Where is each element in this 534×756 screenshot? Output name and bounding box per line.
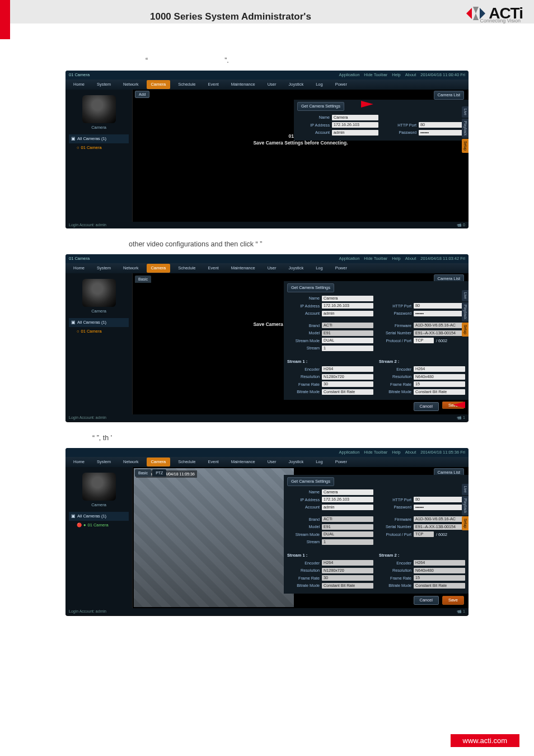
protocol-select[interactable]: TCP	[414, 338, 434, 343]
bitrate1-select[interactable]: Constant Bit Rate	[322, 389, 373, 395]
account-input[interactable]: admin	[332, 130, 378, 136]
menu-maintenance[interactable]: Maintenance	[227, 80, 260, 89]
menu-joystick[interactable]: Joystick	[284, 264, 308, 273]
side-tab-setup[interactable]: Setup	[462, 323, 469, 337]
tree-item-camera-01[interactable]: ○ 01 Camera	[69, 327, 129, 336]
ip-input[interactable]: 172.16.26.103	[332, 122, 378, 128]
menu-home[interactable]: Home	[69, 264, 89, 273]
get-camera-settings-button[interactable]: Get Camera Settings	[287, 477, 334, 486]
http-port-input[interactable]: 80	[414, 497, 465, 502]
side-tab-setup[interactable]: Setup	[462, 139, 469, 153]
topnav-application[interactable]: Application	[339, 449, 360, 456]
encoder1-select[interactable]: H264	[322, 366, 373, 372]
side-tab-live[interactable]: Live	[462, 290, 469, 301]
save-button[interactable]: Save	[442, 596, 464, 605]
topnav-application[interactable]: Application	[339, 255, 360, 262]
tab-ptz[interactable]: PTZ	[152, 469, 166, 477]
tree-all-cameras[interactable]: ▣ All Cameras (1)	[69, 134, 129, 143]
menu-system[interactable]: System	[92, 264, 115, 273]
topnav-about[interactable]: About	[405, 72, 416, 78]
menu-camera[interactable]: Camera	[147, 80, 171, 89]
account-input[interactable]: admin	[322, 311, 373, 316]
model-label: Model	[287, 524, 320, 530]
resolution1-select[interactable]: N1280x720	[322, 374, 373, 380]
menu-schedule[interactable]: Schedule	[174, 264, 200, 273]
menu-system[interactable]: System	[92, 458, 115, 466]
cancel-button[interactable]: Cancel	[414, 596, 439, 605]
framerate2-select[interactable]: 15	[414, 381, 465, 387]
tree-item-camera-01[interactable]: ○ 01 Camera	[69, 143, 129, 152]
camera-list-button[interactable]: Camera List	[434, 91, 464, 100]
menu-log[interactable]: Log	[311, 80, 327, 89]
add-button[interactable]: Add	[135, 91, 149, 98]
http-port-input[interactable]: 80	[419, 122, 465, 128]
menu-joystick[interactable]: Joystick	[284, 458, 308, 466]
menu-event[interactable]: Event	[204, 264, 223, 273]
menu-event[interactable]: Event	[204, 458, 223, 466]
side-tab-setup[interactable]: Setup	[462, 516, 469, 530]
tab-basic[interactable]: Basic	[135, 276, 151, 283]
get-camera-settings-button[interactable]: Get Camera Settings	[287, 283, 334, 292]
topnav-help[interactable]: Help	[392, 255, 400, 262]
menu-user[interactable]: User	[263, 264, 281, 273]
topnav-hide-toolbar[interactable]: Hide Toolbar	[364, 255, 387, 262]
topnav-help[interactable]: Help	[392, 449, 400, 456]
menu-user[interactable]: User	[263, 80, 281, 89]
password-input[interactable]: ••••••	[414, 505, 465, 510]
name-input[interactable]: Camera	[332, 115, 378, 120]
side-tab-playback[interactable]: Playback	[462, 496, 469, 515]
topnav-hide-toolbar[interactable]: Hide Toolbar	[364, 449, 387, 456]
menu-home[interactable]: Home	[69, 80, 89, 89]
menu-system[interactable]: System	[92, 80, 115, 89]
side-tab-live[interactable]: Live	[462, 106, 469, 118]
menu-network[interactable]: Network	[119, 458, 143, 466]
cancel-button[interactable]: Cancel	[414, 402, 439, 411]
ip-input[interactable]: 172.16.26.103	[322, 497, 373, 502]
model-value: E91	[322, 330, 373, 336]
ip-input[interactable]: 172.16.26.103	[322, 303, 373, 309]
stream-select[interactable]: 1	[322, 346, 373, 351]
menu-home[interactable]: Home	[69, 458, 89, 466]
topnav-about[interactable]: About	[405, 255, 416, 262]
get-camera-settings-button[interactable]: Get Camera Settings	[297, 102, 344, 111]
topnav-application[interactable]: Application	[339, 72, 360, 78]
menu-schedule[interactable]: Schedule	[174, 458, 200, 466]
name-input[interactable]: Camera	[322, 489, 373, 495]
topnav-help[interactable]: Help	[392, 72, 400, 78]
tree-item-camera-01[interactable]: 🔴 ● 01 Camera	[69, 521, 129, 530]
bitrate2-select[interactable]: Constant Bit Rate	[414, 389, 465, 395]
menu-network[interactable]: Network	[119, 264, 143, 273]
side-tab-playback[interactable]: Playback	[462, 119, 469, 138]
tree-all-cameras[interactable]: ▣ All Cameras (1)	[69, 512, 129, 521]
menu-maintenance[interactable]: Maintenance	[227, 264, 260, 273]
menu-camera[interactable]: Camera	[147, 264, 171, 273]
menu-user[interactable]: User	[263, 458, 281, 466]
stream-mode-select[interactable]: DUAL	[322, 338, 373, 343]
tree-all-cameras[interactable]: ▣ All Cameras (1)	[69, 318, 129, 327]
password-input[interactable]: ••••••	[419, 130, 465, 136]
menu-power[interactable]: Power	[331, 264, 352, 273]
menu-log[interactable]: Log	[311, 264, 327, 273]
side-tab-playback[interactable]: Playback	[462, 302, 469, 321]
menu-maintenance[interactable]: Maintenance	[227, 458, 260, 466]
menu-power[interactable]: Power	[331, 458, 352, 466]
framerate1-select[interactable]: 30	[322, 381, 373, 387]
side-tab-live[interactable]: Live	[462, 484, 469, 495]
http-port-input[interactable]: 80	[414, 303, 465, 309]
topnav-hide-toolbar[interactable]: Hide Toolbar	[364, 72, 387, 78]
menu-camera[interactable]: Camera	[147, 458, 171, 466]
menu-event[interactable]: Event	[204, 80, 223, 89]
menu-log[interactable]: Log	[311, 458, 327, 466]
camera-thumb-icon	[82, 279, 116, 307]
resolution2-select[interactable]: N640x480	[414, 374, 465, 380]
menu-schedule[interactable]: Schedule	[174, 80, 200, 89]
account-input[interactable]: admin	[322, 505, 373, 510]
menu-joystick[interactable]: Joystick	[284, 80, 308, 89]
password-input[interactable]: ••••••	[414, 311, 465, 316]
tab-basic[interactable]: Basic	[135, 469, 151, 477]
topnav-about[interactable]: About	[405, 449, 416, 456]
encoder2-select[interactable]: H264	[414, 366, 465, 372]
menu-power[interactable]: Power	[331, 80, 352, 89]
name-input[interactable]: Camera	[322, 296, 373, 301]
menu-network[interactable]: Network	[119, 80, 143, 89]
